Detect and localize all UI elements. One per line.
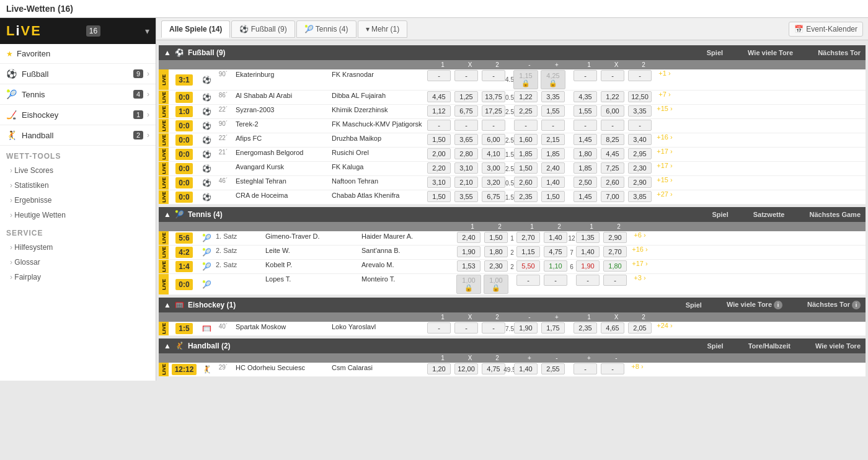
more-link[interactable]: +15 › <box>654 175 675 185</box>
sidebar-item-favoriten[interactable]: ★ Favoriten <box>0 44 156 64</box>
odd-button[interactable]: 1,40 <box>544 232 567 243</box>
odd-button[interactable]: 1,90 <box>457 246 480 257</box>
odd-button[interactable]: 2,20 <box>427 162 451 174</box>
odd-button[interactable]: 1,10 <box>544 260 567 272</box>
odd-button[interactable]: 13,75 <box>482 91 505 102</box>
sidebar-link-livescores[interactable]: Live Scores <box>0 163 156 178</box>
odd-button[interactable]: 1,22 <box>601 91 624 102</box>
eishockey-info-icon[interactable]: i <box>774 301 782 309</box>
odd-button[interactable]: 3,65 <box>454 134 478 145</box>
odd-button[interactable]: 1,50 <box>541 191 565 202</box>
odd-button[interactable]: 2,30 <box>628 162 652 174</box>
odd-button[interactable]: 6,00 <box>482 134 505 145</box>
odd-button[interactable]: 1,55 <box>574 105 597 117</box>
odd-button[interactable]: 3,35 <box>628 105 652 117</box>
odd-button[interactable]: 1,50 <box>427 134 451 145</box>
odd-button[interactable]: 2,40 <box>541 162 565 174</box>
odd-button[interactable]: 2,30 <box>484 260 508 272</box>
tab-mehr[interactable]: ▾ Mehr (1) <box>358 20 408 38</box>
tab-alle-spiele[interactable]: Alle Spiele (14) <box>161 20 230 38</box>
odd-button[interactable]: 1,35 <box>576 232 600 243</box>
odd-button[interactable]: 3,55 <box>454 191 478 202</box>
more-link[interactable]: +24 › <box>654 321 675 330</box>
odd-button[interactable]: 1,75 <box>541 322 565 334</box>
odd-button[interactable]: 1,85 <box>514 148 538 159</box>
odd-button[interactable]: 1,85 <box>541 148 565 159</box>
more-link[interactable]: +7 › <box>656 89 673 99</box>
odd-button[interactable]: 1,12 <box>427 105 451 117</box>
odd-button[interactable]: 2,90 <box>628 177 652 188</box>
sidebar-link-hilfesystem[interactable]: Hilfesystem <box>0 240 156 255</box>
odd-button[interactable]: 1,50 <box>514 162 538 174</box>
odd-button[interactable]: 2,90 <box>603 232 627 243</box>
odd-button[interactable]: 1,25 <box>454 91 478 102</box>
odd-button[interactable]: 1,55 <box>541 105 565 117</box>
odd-button[interactable]: 1,40 <box>541 177 565 188</box>
sidebar-link-ergebnisse[interactable]: Ergebnisse <box>0 193 156 208</box>
odd-button[interactable]: 12,50 <box>628 91 652 102</box>
odd-button[interactable]: 2,80 <box>454 148 478 159</box>
odd-button[interactable]: 1,22 <box>514 91 538 102</box>
odd-button[interactable]: 1,80 <box>484 246 508 257</box>
odd-button[interactable]: 1,50 <box>484 232 508 243</box>
odd-button[interactable]: 1,40 <box>576 246 600 257</box>
odd-button[interactable]: 4,10 <box>482 148 505 159</box>
more-link[interactable]: +1 › <box>656 68 673 78</box>
more-link[interactable]: +17 › <box>629 259 650 268</box>
more-link[interactable]: +3 › <box>631 273 648 283</box>
more-link[interactable]: +8 › <box>629 361 645 371</box>
odd-button[interactable]: 1,80 <box>603 260 627 272</box>
chevron-down-icon[interactable]: ▾ <box>145 26 149 36</box>
odd-button[interactable]: 4,35 <box>574 91 597 102</box>
odd-button[interactable]: 2,25 <box>514 105 538 117</box>
odd-button[interactable]: 3,40 <box>628 134 652 145</box>
odd-button[interactable]: 2,55 <box>541 363 565 374</box>
odd-button[interactable]: 7,00 <box>601 191 624 202</box>
odd-button[interactable]: 8,25 <box>601 134 624 145</box>
odd-button[interactable]: 4,75 <box>544 246 567 257</box>
more-link[interactable]: +17 › <box>654 146 675 156</box>
odd-button[interactable]: 2,60 <box>601 177 624 188</box>
event-calendar-button[interactable]: 📅 Event-Kalender <box>789 22 863 37</box>
odd-button[interactable]: 1,45 <box>574 191 597 202</box>
odd-button[interactable]: 12,00 <box>454 363 478 374</box>
odd-button[interactable]: 2,50 <box>574 177 597 188</box>
eishockey-naechstes-info-icon[interactable]: i <box>852 301 861 309</box>
sidebar-item-fussball[interactable]: ⚽ Fußball 9 › <box>0 64 156 84</box>
collapse-football-icon[interactable]: ▲ <box>164 48 171 57</box>
odd-button[interactable]: 1,60 <box>514 134 538 145</box>
odd-button[interactable]: 2,00 <box>427 148 451 159</box>
odd-button[interactable]: 1,40 <box>514 363 538 374</box>
sidebar-item-tennis[interactable]: 🎾 Tennis 4 › <box>0 84 156 105</box>
odd-button[interactable]: 2,35 <box>514 191 538 202</box>
more-link[interactable]: +6 › <box>631 230 648 240</box>
odd-button[interactable]: 3,10 <box>454 162 478 174</box>
odd-button[interactable]: 4,75 <box>482 363 505 374</box>
odd-button[interactable]: 17,25 <box>482 105 505 117</box>
odd-button[interactable]: 2,60 <box>514 177 538 188</box>
odd-button[interactable]: 1,15 <box>516 246 540 257</box>
odd-button[interactable]: 3,20 <box>482 177 505 188</box>
odd-button[interactable]: 2,95 <box>628 148 652 159</box>
odd-button[interactable]: 4,45 <box>427 91 451 102</box>
odd-button[interactable]: 4,45 <box>601 148 624 159</box>
odd-button[interactable]: 1,20 <box>427 363 451 374</box>
sidebar-item-eishockey[interactable]: 🏒 Eishockey 1 › <box>0 105 156 125</box>
more-link[interactable]: +15 › <box>654 104 675 113</box>
collapse-handball-icon[interactable]: ▲ <box>164 342 171 350</box>
odd-button[interactable]: 2,40 <box>457 232 480 243</box>
odd-button[interactable]: 1,45 <box>574 134 597 145</box>
odd-button[interactable]: 1,90 <box>514 322 538 334</box>
odd-button[interactable]: 2,15 <box>541 134 565 145</box>
odd-button[interactable]: 3,85 <box>628 191 652 202</box>
odd-button[interactable]: 1,80 <box>574 148 597 159</box>
odd-button[interactable]: 7,25 <box>601 162 624 174</box>
odd-button[interactable]: 3,00 <box>482 162 505 174</box>
odd-button[interactable]: 3,35 <box>541 91 565 102</box>
odd-button[interactable]: 1,85 <box>574 162 597 174</box>
more-link[interactable]: +16 › <box>629 244 650 254</box>
odd-button[interactable]: 1,53 <box>457 260 480 272</box>
odd-button[interactable]: 6,75 <box>454 105 478 117</box>
more-link[interactable]: +27 › <box>654 189 675 199</box>
odd-button[interactable]: 6,00 <box>601 105 624 117</box>
